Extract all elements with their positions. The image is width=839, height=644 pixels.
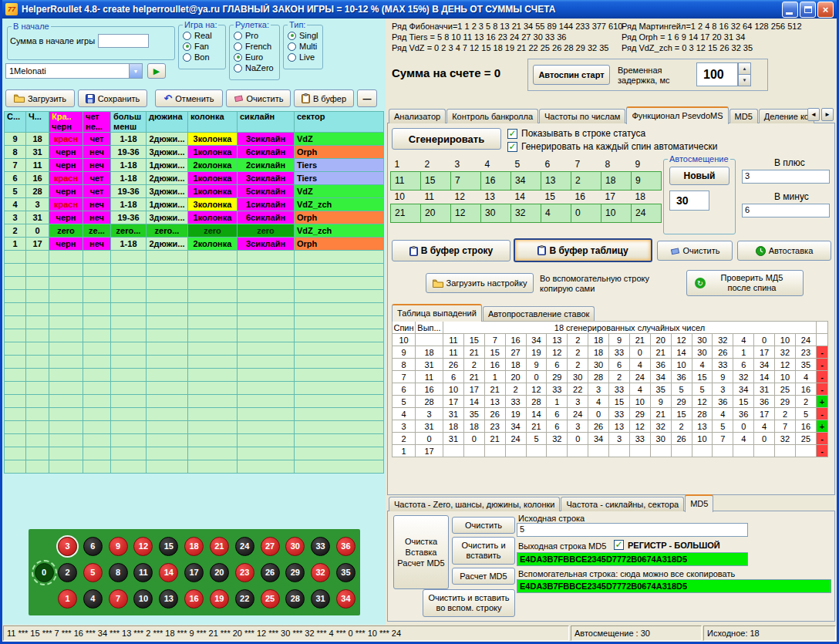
board-number-29[interactable]: 29 <box>285 563 305 582</box>
md5-clear-paste-aux-button[interactable]: Очистить и вставить во вспом. строку <box>423 589 515 617</box>
board-number-28[interactable]: 28 <box>285 589 305 609</box>
board-number-0[interactable]: 0 <box>35 563 54 582</box>
board-number-12[interactable]: 12 <box>133 537 153 556</box>
chk-show-status[interactable]: ✓ Показывать в строке статуса <box>507 128 645 139</box>
delay-value[interactable]: 100 <box>696 62 738 86</box>
autospin-button[interactable]: Автоспин старт <box>533 65 610 85</box>
radio-multi[interactable]: Multi <box>288 42 320 51</box>
check-md5-button[interactable]: ↻ Проверить МД5 после спина <box>686 270 804 296</box>
load-button[interactable]: Загрузить <box>5 89 75 107</box>
board-number-15[interactable]: 15 <box>159 537 178 556</box>
board-number-18[interactable]: 18 <box>184 537 204 556</box>
history-cell: 1-18 <box>111 172 147 185</box>
drops-cell: 2 <box>568 359 588 371</box>
board-number-8[interactable]: 8 <box>109 563 128 582</box>
board-number-16[interactable]: 16 <box>184 589 204 609</box>
board-number-30[interactable]: 30 <box>285 537 305 556</box>
tab-Частота - сиклайны, сектора[interactable]: Частота - сиклайны, сектора <box>561 497 684 511</box>
board-number-10[interactable]: 10 <box>133 589 153 609</box>
start-sum-input[interactable] <box>98 34 149 48</box>
board-number-21[interactable]: 21 <box>210 537 229 556</box>
radio-singl[interactable]: Singl <box>288 31 320 40</box>
board-number-26[interactable]: 26 <box>261 563 280 582</box>
spinner-down-icon[interactable]: ▼ <box>738 74 751 86</box>
close-button[interactable]: × <box>817 2 834 18</box>
tab-Функционал PsevdoMS[interactable]: Функционал PsevdoMS <box>626 106 728 124</box>
md5-calc-button[interactable]: Расчет MD5 <box>452 568 515 585</box>
radio-live[interactable]: Live <box>288 52 320 62</box>
board-number-22[interactable]: 22 <box>235 589 254 609</box>
minus-input[interactable]: 6 <box>742 204 830 217</box>
tab-Анализатор[interactable]: Анализатор <box>389 109 446 123</box>
tab-Частота - Zero, шансы, дюжины, колонки[interactable]: Частота - Zero, шансы, дюжины, колонки <box>389 497 560 511</box>
board-number-1[interactable]: 1 <box>58 589 77 609</box>
board-number-34[interactable]: 34 <box>336 589 355 609</box>
board-number-4[interactable]: 4 <box>83 589 103 609</box>
board-number-27[interactable]: 27 <box>261 537 280 556</box>
spinner-up-icon[interactable]: ▲ <box>738 62 751 75</box>
tab-MD5[interactable]: MD5 <box>729 109 758 123</box>
board-number-7[interactable]: 7 <box>109 589 128 609</box>
clear-generated-button[interactable]: Очистить <box>657 241 733 261</box>
minimize-button[interactable] <box>782 2 798 18</box>
board-number-24[interactable]: 24 <box>235 537 254 556</box>
buffer-row-button[interactable]: В буфер строку <box>392 240 510 261</box>
board-number-31[interactable]: 31 <box>311 589 330 609</box>
board-number-36[interactable]: 36 <box>336 537 355 556</box>
radio-pro[interactable]: Pro <box>234 31 277 40</box>
board-number-13[interactable]: 13 <box>159 589 178 609</box>
board-number-35[interactable]: 35 <box>336 563 355 582</box>
buffer-table-button[interactable]: В буфер таблицу <box>514 238 652 262</box>
radio-bon[interactable]: Bon <box>183 52 223 62</box>
chk-auto-generate[interactable]: ✓ Генерировать на каждый спин автоматиче… <box>507 141 717 152</box>
board-number-11[interactable]: 11 <box>133 563 153 582</box>
md5-big-button[interactable]: Очистка Вставка Расчет MD5 <box>393 515 449 589</box>
board-number-19[interactable]: 19 <box>210 589 229 609</box>
chk-uppercase[interactable]: ✓ РЕГИСТР - БОЛЬШОЙ <box>614 540 720 550</box>
history-cell: VdZ_zch <box>295 198 384 211</box>
board-number-14[interactable]: 14 <box>159 563 178 582</box>
md5-aux-field[interactable]: E4DA3B7FBBCE2345D7772B0674A318D5 <box>517 579 831 593</box>
tab-Деление ко[interactable]: Деление ко <box>759 109 814 123</box>
board-number-33[interactable]: 33 <box>311 537 330 556</box>
radio-euro[interactable]: Euro <box>234 52 277 62</box>
load-settings-button[interactable]: Загрузить настройку <box>426 273 534 293</box>
board-number-3[interactable]: 3 <box>58 537 77 556</box>
tab-scroll-right-icon[interactable]: ► <box>821 108 834 121</box>
radio-french[interactable]: French <box>234 42 277 51</box>
md5-clear-paste-button[interactable]: Очистить и вставить <box>452 537 515 565</box>
autoshift-new-button[interactable]: Новый <box>669 167 729 185</box>
tab-Автопроставление ставок[interactable]: Автопроставление ставок <box>483 306 595 321</box>
radio-fan[interactable]: Fan <box>183 42 223 51</box>
board-number-9[interactable]: 9 <box>109 537 128 556</box>
clear-button[interactable]: Очистить <box>226 89 291 107</box>
board-number-17[interactable]: 17 <box>184 563 204 582</box>
play-button[interactable]: ▶ <box>147 63 166 79</box>
undo-button[interactable]: ↶ Отменить <box>155 89 223 107</box>
generate-button[interactable]: Сгенерировать <box>392 128 501 150</box>
board-number-20[interactable]: 20 <box>210 563 229 582</box>
board-number-5[interactable]: 5 <box>83 563 103 582</box>
tab-Таблица выпадений[interactable]: Таблица выпадений <box>392 304 482 322</box>
combo-arrow-icon[interactable]: ▼ <box>129 64 142 78</box>
preset-select[interactable]: 1Melonati ▼ <box>5 63 143 79</box>
board-number-2[interactable]: 2 <box>58 563 77 582</box>
radio-real[interactable]: Real <box>183 31 223 40</box>
copy-buffer-button[interactable]: В буфер <box>294 89 354 107</box>
maximize-button[interactable] <box>800 2 816 18</box>
save-button[interactable]: Сохранить <box>78 89 147 107</box>
tab-Контроль банкролла[interactable]: Контроль банкролла <box>446 109 538 123</box>
md5-clear-button[interactable]: Очистить <box>452 517 515 534</box>
board-number-32[interactable]: 32 <box>311 563 330 582</box>
md5-source-input[interactable]: 5 <box>517 523 748 537</box>
radio-nazero[interactable]: NaZero <box>234 63 277 72</box>
board-number-23[interactable]: 23 <box>235 563 254 582</box>
collapse-button[interactable]: — <box>357 89 377 107</box>
board-number-25[interactable]: 25 <box>261 589 280 609</box>
tab-Частоты по числам[interactable]: Частоты по числам <box>539 109 625 123</box>
board-number-6[interactable]: 6 <box>83 537 103 556</box>
tab-MD5[interactable]: MD5 <box>685 494 713 512</box>
autostake-button[interactable]: Автоставка <box>737 241 831 261</box>
tab-scroll-left-icon[interactable]: ◄ <box>807 108 820 121</box>
plus-input[interactable]: 3 <box>742 170 830 184</box>
